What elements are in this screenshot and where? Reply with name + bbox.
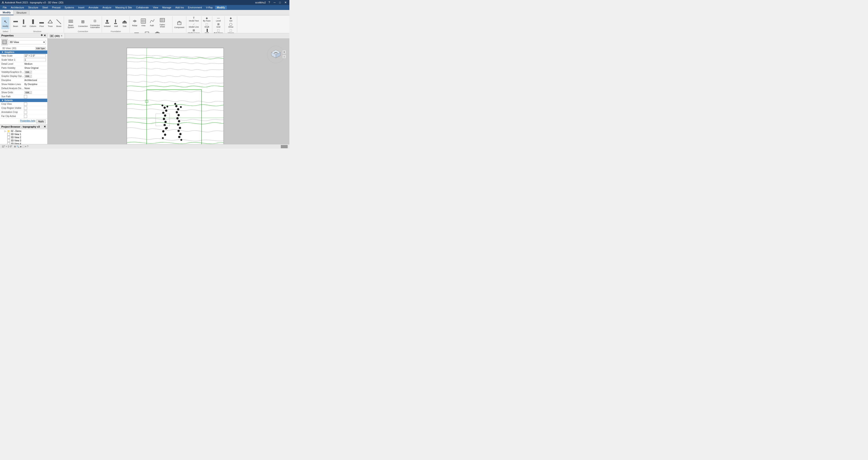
menu-manage[interactable]: Manage bbox=[160, 6, 173, 9]
brace-button[interactable]: Brace bbox=[55, 17, 63, 29]
svg-point-54 bbox=[163, 118, 165, 120]
menu-environment[interactable]: Environment bbox=[186, 6, 204, 9]
titlebar-help[interactable]: ? bbox=[268, 1, 271, 4]
area-button[interactable]: Area bbox=[139, 16, 147, 29]
prop-edit-type-btn[interactable]: Edit Type bbox=[35, 47, 46, 50]
view-tab-close-icon[interactable]: ✕ bbox=[61, 35, 62, 37]
menu-vray[interactable]: V-Ray bbox=[204, 6, 215, 9]
status-icon-4[interactable]: ⬚ bbox=[22, 145, 24, 148]
view-scale-value[interactable]: 12" = 1'-0" bbox=[24, 54, 46, 57]
floor-button[interactable]: Floor bbox=[37, 17, 46, 29]
scale-value-value[interactable]: 1 bbox=[24, 58, 46, 61]
graphic-display-btn[interactable]: Edit... bbox=[24, 75, 32, 78]
modify-button[interactable]: ↖ Modify bbox=[1, 17, 9, 29]
fabric-sheet-button[interactable]: Fabric Sheet bbox=[156, 16, 168, 29]
menu-architecture[interactable]: Architecture bbox=[9, 6, 26, 9]
status-right-box[interactable] bbox=[281, 145, 288, 148]
statusbar: 12" = 1'-0" ⊞ 🔍 ◈ ⬚ ≡ ? bbox=[0, 144, 289, 149]
browser-item-3dview4[interactable]: 3D View 4 bbox=[0, 142, 47, 144]
crop-region-checkbox[interactable] bbox=[24, 107, 27, 110]
status-icon-2[interactable]: 🔍 bbox=[17, 145, 19, 148]
beam-button[interactable]: Beam bbox=[11, 17, 20, 29]
connection-auto-label: Connection Automation bbox=[90, 24, 100, 29]
menu-insert[interactable]: Insert bbox=[76, 6, 86, 9]
browser-item-3dview2[interactable]: 3D View 2 bbox=[0, 136, 47, 139]
wall-found-button[interactable]: Wall bbox=[112, 17, 120, 29]
grid-button[interactable]: ⊞ Grid bbox=[215, 22, 222, 28]
menu-massing-site[interactable]: Massing & Site bbox=[114, 6, 134, 9]
prop-type-dropdown[interactable]: 3D View ▾ bbox=[8, 40, 46, 45]
model-line-button[interactable]: ⟋ Model Line bbox=[188, 22, 199, 28]
crop-view-checkbox[interactable] bbox=[24, 103, 27, 106]
svg-point-68 bbox=[178, 130, 180, 132]
rebar-coupler-button[interactable]: Rebar Coupler bbox=[152, 29, 163, 33]
status-icon-1[interactable]: ⊞ bbox=[14, 145, 16, 148]
ref-plane-button[interactable]: ⬚ Ref Plane bbox=[213, 29, 224, 33]
status-icon-6[interactable]: ? bbox=[27, 145, 29, 148]
vis-graphics-btn[interactable]: Edit... bbox=[24, 71, 32, 74]
connection-button[interactable]: ⊞ Connection bbox=[77, 17, 89, 29]
wall-opening-button[interactable]: ▐ Wall bbox=[204, 29, 210, 33]
isolated-button[interactable]: Isolated bbox=[103, 17, 112, 29]
apply-button[interactable]: Apply bbox=[36, 119, 46, 123]
scroll-icon[interactable]: ↕ bbox=[282, 55, 286, 59]
properties-help-link[interactable]: Properties help bbox=[20, 119, 35, 123]
menu-modify[interactable]: Modify bbox=[215, 6, 226, 9]
properties-settings-icon[interactable]: ⚙ bbox=[41, 34, 43, 37]
drawing-canvas[interactable]: {3D} ≡ ↕ bbox=[48, 39, 289, 144]
titlebar-close[interactable]: ✕ bbox=[283, 1, 288, 4]
model-text-button[interactable]: T Model Text bbox=[188, 16, 199, 22]
menu-collaborate[interactable]: Collaborate bbox=[134, 6, 151, 9]
status-icon-3[interactable]: ◈ bbox=[20, 145, 22, 148]
annotation-crop-checkbox[interactable] bbox=[24, 111, 27, 114]
menu-steel[interactable]: Steel bbox=[40, 6, 50, 9]
menu-file[interactable]: File bbox=[1, 6, 8, 9]
far-clip-checkbox[interactable] bbox=[24, 115, 27, 118]
titlebar-minimize[interactable]: ─ bbox=[273, 1, 277, 4]
graphics-section-header[interactable]: ▼ Graphics bbox=[0, 51, 47, 54]
tab-modify[interactable]: Modify bbox=[0, 10, 13, 15]
model-group-button[interactable]: ⊞ Model Group bbox=[187, 29, 200, 33]
beam-system-button[interactable]: Beam System bbox=[65, 17, 76, 29]
connection-auto-button[interactable]: ⊡ Connection Automation bbox=[89, 17, 101, 29]
left-panel: Properties ⚙ ✕ 3D View ▾ 3D View: {3D} E… bbox=[0, 33, 48, 144]
project-browser-close-icon[interactable]: ✕ bbox=[44, 125, 46, 128]
browser-item-02-demo[interactable]: ▷ 📁 02 - Demo bbox=[0, 130, 47, 133]
wall-button[interactable]: Wall bbox=[20, 17, 28, 29]
truss-button[interactable]: Truss bbox=[46, 17, 54, 29]
topo-container bbox=[127, 48, 224, 144]
path-button[interactable]: Path bbox=[148, 16, 156, 29]
set-button[interactable]: ◈ Set bbox=[227, 16, 234, 22]
ribbon-tabs: Modify Structure bbox=[0, 10, 289, 16]
properties-close-icon[interactable]: ✕ bbox=[44, 34, 46, 37]
browser-item-3dview1[interactable]: 3D View 1 bbox=[0, 133, 47, 136]
menu-annotate[interactable]: Annotate bbox=[87, 6, 100, 9]
level-button[interactable]: ― Level bbox=[215, 16, 222, 22]
extents-section-header[interactable]: ▼ Extents bbox=[0, 99, 47, 102]
component-button[interactable]: Component bbox=[174, 18, 185, 30]
fabric-wire-button[interactable]: Fabric Wire bbox=[131, 29, 142, 33]
menu-view[interactable]: View bbox=[151, 6, 160, 9]
menu-addins[interactable]: Add-Ins bbox=[174, 6, 186, 9]
props-icon[interactable]: ≡ bbox=[282, 50, 286, 54]
svg-point-52 bbox=[162, 112, 164, 114]
tab-structure[interactable]: Structure bbox=[13, 10, 29, 15]
show-button[interactable]: ◯ Show bbox=[227, 22, 234, 28]
shaft-button[interactable]: ⬚ Shaft bbox=[204, 22, 210, 28]
cover-button[interactable]: Cover bbox=[143, 29, 151, 33]
menu-precast[interactable]: Precast bbox=[50, 6, 62, 9]
viewer-button[interactable]: ⬚ Viewer bbox=[227, 29, 235, 33]
slab-button[interactable]: Slab bbox=[121, 17, 129, 29]
column-button[interactable]: Column bbox=[29, 17, 37, 29]
status-icon-5[interactable]: ≡ bbox=[25, 145, 27, 148]
menu-structure[interactable]: Structure bbox=[26, 6, 40, 9]
view-tab-3d[interactable]: 3D {3D} ✕ bbox=[48, 33, 65, 38]
sun-path-checkbox[interactable] bbox=[24, 95, 27, 98]
rebar-button[interactable]: Rebar bbox=[131, 16, 139, 29]
browser-item-3dview3[interactable]: 3D View 3 bbox=[0, 139, 47, 142]
show-grids-btn[interactable]: Edit... bbox=[24, 91, 32, 94]
menu-analyze[interactable]: Analyze bbox=[101, 6, 113, 9]
by-face-button[interactable]: ◈ By Face bbox=[203, 16, 211, 22]
titlebar-maximize[interactable]: □ bbox=[278, 1, 282, 4]
menu-systems[interactable]: Systems bbox=[63, 6, 76, 9]
